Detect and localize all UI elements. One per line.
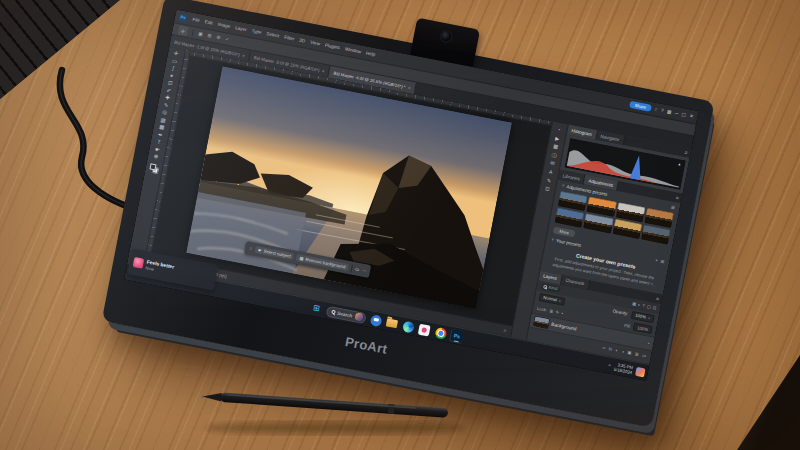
- cancel-icon[interactable]: ⊘: [216, 35, 221, 41]
- status-expand-icon[interactable]: [503, 328, 507, 333]
- export-panel-icon[interactable]: ✉: [550, 161, 555, 167]
- tab-close-icon[interactable]: [321, 68, 325, 73]
- clipchamp-button[interactable]: [417, 322, 432, 337]
- type-tool-icon[interactable]: T: [157, 139, 161, 145]
- healing-tool-icon[interactable]: ✚: [165, 95, 170, 101]
- photoshop-taskbar-button[interactable]: Ps: [449, 328, 464, 343]
- libraries-panel-icon[interactable]: ▦: [553, 144, 559, 150]
- shape-filter-icon[interactable]: ▢: [646, 304, 651, 310]
- menu-item[interactable]: Edit: [203, 19, 215, 26]
- adjustment-filter-icon[interactable]: ◐: [638, 302, 641, 307]
- chevron-down-icon: [551, 237, 554, 241]
- crop-icon[interactable]: ▭: [355, 266, 360, 272]
- brushes-panel-icon[interactable]: ✎: [546, 178, 551, 184]
- layer-style-icon[interactable]: fx: [608, 346, 612, 352]
- hand-tool-icon[interactable]: ☛: [154, 146, 160, 152]
- start-button[interactable]: ⊞: [309, 301, 324, 316]
- crop-tool-icon[interactable]: ⊡: [168, 80, 173, 86]
- new-group-icon[interactable]: ▣: [627, 350, 632, 356]
- menu-item[interactable]: Type: [250, 28, 264, 35]
- lock-position-icon[interactable]: ✛: [555, 309, 559, 315]
- stylus-pen: [190, 372, 490, 447]
- menu-item[interactable]: File: [190, 16, 201, 23]
- zoom-tool-icon[interactable]: ⊕: [153, 154, 158, 160]
- help-icon[interactable]: ?: [660, 108, 664, 113]
- workspace-icon[interactable]: ▦: [667, 109, 672, 115]
- preset-thumbnail[interactable]: [641, 225, 671, 245]
- link-layers-icon[interactable]: ∞: [602, 345, 606, 350]
- more-options-icon[interactable]: ⋯: [362, 268, 367, 274]
- actions-panel-icon[interactable]: ▶: [555, 136, 560, 142]
- file-explorer-button[interactable]: [384, 316, 399, 331]
- lock-transparency-icon[interactable]: ⊞: [549, 308, 553, 314]
- menu-item[interactable]: Select: [265, 31, 282, 39]
- clone-stamp-tool-icon[interactable]: ◎: [162, 110, 168, 116]
- notification-app-icon: [133, 257, 145, 269]
- preset-thumbnail[interactable]: [612, 219, 642, 239]
- tool-preset-icon[interactable]: ▣: [198, 31, 203, 37]
- properties-panel-icon[interactable]: ⊡: [545, 186, 550, 192]
- move-tool-icon[interactable]: ✛: [173, 51, 178, 57]
- preset-thumbnail[interactable]: [555, 208, 585, 228]
- menu-item[interactable]: Filter: [282, 34, 296, 41]
- close-icon[interactable]: ✕: [689, 113, 694, 119]
- minimize-icon[interactable]: ─: [674, 111, 678, 117]
- layer-lock-icon[interactable]: [648, 340, 650, 345]
- desk-scene: Ps FileEditImageLayerTypeSelectFilter3DV…: [0, 0, 800, 450]
- new-adjustment-icon[interactable]: ◑: [621, 348, 625, 353]
- menu-item[interactable]: Layer: [233, 25, 248, 33]
- tab-close-icon[interactable]: [242, 52, 246, 57]
- character-panel-icon[interactable]: A: [549, 170, 553, 176]
- edge-button[interactable]: [401, 319, 416, 334]
- smart-object-filter-icon[interactable]: ⊡: [652, 305, 656, 311]
- pixel-filter-icon[interactable]: ▦: [632, 301, 637, 307]
- photoshop-app-icon: Ps: [178, 13, 187, 22]
- tray-chevron-icon[interactable]: [608, 362, 611, 368]
- menu-item[interactable]: Plugins: [323, 42, 342, 50]
- new-layer-icon[interactable]: ⊞: [635, 351, 639, 357]
- taskbar-search[interactable]: Search: [325, 305, 367, 324]
- cached-data-warning-icon[interactable]: [677, 162, 681, 167]
- taskbar-clock[interactable]: 3:35 PM 5/18/2024: [613, 361, 633, 375]
- menu-item[interactable]: Window: [343, 46, 363, 55]
- menu-item[interactable]: View: [308, 39, 322, 46]
- info-panel-icon[interactable]: ⓘ: [551, 153, 557, 159]
- menu-item[interactable]: Image: [216, 21, 233, 29]
- history-panel-icon[interactable]: ◔: [557, 127, 561, 133]
- screen[interactable]: Ps FileEditImageLayerTypeSelectFilter3DV…: [124, 9, 699, 380]
- commit-icon[interactable]: ✓: [225, 36, 230, 42]
- gradient-tool-icon[interactable]: ▩: [159, 124, 165, 130]
- drag-handle-icon[interactable]: [249, 246, 253, 251]
- spotlight-icon[interactable]: [635, 366, 646, 377]
- tab-close-icon[interactable]: [408, 85, 412, 90]
- eraser-tool-icon[interactable]: ▨: [160, 117, 166, 123]
- menu-item[interactable]: 3D: [297, 37, 307, 44]
- add-selection-icon[interactable]: ⊞: [207, 33, 212, 39]
- preset-view-icon[interactable]: [671, 204, 676, 210]
- marquee-tool-icon[interactable]: ▭: [172, 58, 178, 64]
- chevron-down-icon: [648, 316, 651, 320]
- chat-button[interactable]: [368, 313, 383, 328]
- menu-item[interactable]: Help: [364, 50, 377, 57]
- delete-layer-icon[interactable]: ▭: [642, 352, 647, 358]
- preset-grid-icon[interactable]: [660, 258, 665, 264]
- lock-all-icon[interactable]: ▪: [561, 310, 563, 315]
- chrome-button[interactable]: [433, 325, 448, 340]
- preset-thumbnail[interactable]: [583, 213, 613, 233]
- eyedropper-tool-icon[interactable]: ✐: [166, 88, 171, 94]
- foreground-color-swatch[interactable]: [149, 163, 156, 170]
- search-icon[interactable]: ○: [654, 107, 658, 112]
- add-preset-icon[interactable]: [655, 257, 659, 262]
- restore-icon[interactable]: ▢: [681, 112, 686, 118]
- type-filter-icon[interactable]: T: [642, 303, 645, 308]
- fill-label: Fill:: [624, 322, 632, 328]
- lasso-tool-icon[interactable]: ʃ: [172, 66, 174, 72]
- add-mask-icon[interactable]: ◐: [615, 347, 619, 352]
- brush-tool-icon[interactable]: ✎: [163, 102, 168, 108]
- layer-thumbnail[interactable]: [534, 316, 549, 328]
- magic-wand-tool-icon[interactable]: ✶: [169, 73, 174, 79]
- color-swatches[interactable]: [149, 163, 160, 174]
- share-button[interactable]: Share: [629, 101, 652, 112]
- active-tool-icon[interactable]: ✛: [178, 25, 189, 36]
- pen-tool-icon[interactable]: ✒: [157, 132, 162, 138]
